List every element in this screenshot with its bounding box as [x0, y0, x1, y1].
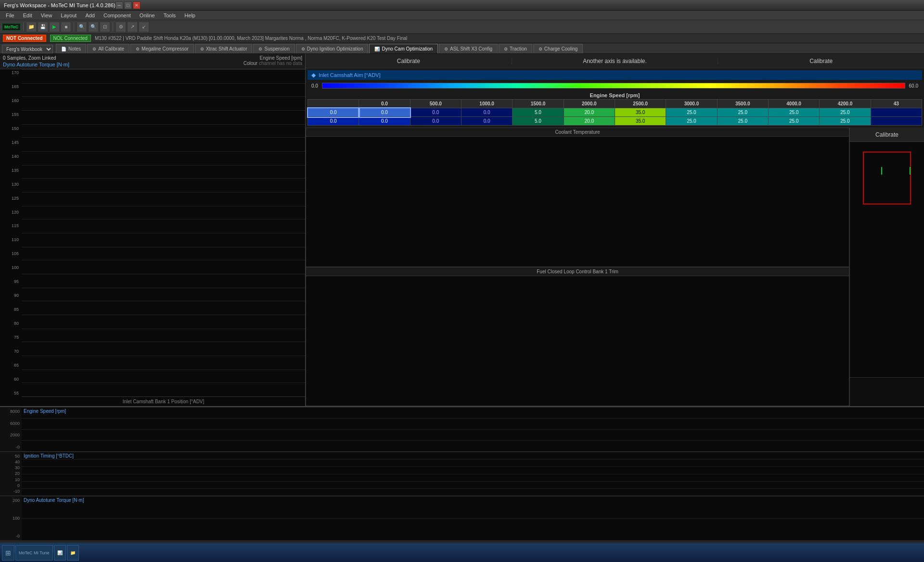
- tab-xtrac[interactable]: ⚙ Xtrac Shift Actuator: [195, 44, 253, 53]
- tab-traction[interactable]: ⚙ Traction: [499, 44, 532, 53]
- far-right-calibrate-label: Calibrate: [875, 131, 898, 138]
- table-cell-1-1[interactable]: 0.0: [410, 117, 461, 126]
- table-row-1-header[interactable]: 0.0: [308, 117, 359, 126]
- table-row: 0.0 0.0 0.0 0.0 5.0 20.0 35.0 25.0 25.0 …: [308, 108, 922, 117]
- chart-header-left: 0 Samples, Zoom Linked Dyno Autotune Tor…: [3, 55, 69, 67]
- inlet-cam-title: ◆ Inlet Camshaft Aim [°ADV]: [308, 70, 922, 80]
- tab-charge-cooling[interactable]: ⚙ Charge Cooling: [533, 44, 583, 53]
- lower-section: 8000 6000 2000 -0 Engine Speed [rpm]: [0, 406, 924, 541]
- calibrate-left-label: Calibrate: [397, 58, 420, 64]
- close-button[interactable]: ✕: [133, 1, 141, 9]
- table-cell-0-3[interactable]: 5.0: [513, 108, 564, 117]
- menu-bar: File Edit View Layout Add Component Onli…: [0, 11, 924, 20]
- table-col-header-11: 43: [871, 100, 922, 108]
- menu-file[interactable]: File: [2, 12, 18, 19]
- minimize-button[interactable]: ─: [116, 1, 123, 9]
- menu-tools[interactable]: Tools: [160, 12, 180, 19]
- toolbar-play[interactable]: ▶: [49, 22, 60, 32]
- tab-all-calibrate[interactable]: ⚙ All Calibrate: [87, 44, 129, 53]
- table-col-header-2: 500.0: [410, 100, 461, 108]
- toolbar-sep3: [113, 23, 113, 31]
- tab-asl-shift[interactable]: ⚙ ASL Shift X3 Config: [439, 44, 498, 53]
- table-cell-0-9[interactable]: 25.0: [820, 108, 871, 117]
- table-cell-0-6[interactable]: 25.0: [666, 108, 717, 117]
- toolbar-open[interactable]: 📁: [26, 22, 37, 32]
- menu-component[interactable]: Component: [100, 12, 135, 19]
- table-cell-1-7[interactable]: 25.0: [717, 117, 768, 126]
- data-table: 0.0 500.0 1000.0 1500.0 2000.0 2500.0 30…: [308, 99, 922, 126]
- menu-add[interactable]: Add: [81, 12, 99, 19]
- workspace-selector[interactable]: Ferg's Workbook: [2, 45, 53, 53]
- calibrate-middle-label: Another axis is available.: [583, 58, 647, 64]
- right-chart-area: Coolant Temperature Fuel Closed Loop Con…: [306, 128, 924, 406]
- tab-notes[interactable]: 📄 Notes: [56, 44, 86, 53]
- coolant-temp-chart: Coolant Temperature: [306, 128, 849, 267]
- taskbar-app1[interactable]: MoTeC MI Tune: [15, 545, 53, 561]
- table-cell-1-5[interactable]: 35.0: [615, 117, 666, 126]
- calibrate-middle: Another axis is available.: [512, 58, 719, 64]
- table-cell-1-10: [871, 117, 922, 126]
- tab-suspension[interactable]: ⚙ Suspension: [253, 44, 295, 53]
- table-col-header-3: 1000.0: [461, 100, 512, 108]
- start-icon: ⊞: [5, 549, 11, 557]
- toolbar-import[interactable]: ↙: [139, 22, 149, 32]
- tab-dyno-cam[interactable]: 📊 Dyno Cam Optimization: [369, 44, 438, 53]
- menu-layout[interactable]: Layout: [57, 12, 80, 19]
- table-cell-1-8[interactable]: 25.0: [768, 117, 819, 126]
- table-cell-1-6[interactable]: 25.0: [666, 117, 717, 126]
- table-cell-1-0[interactable]: 0.0: [359, 117, 410, 126]
- toolbar-save[interactable]: 💾: [38, 22, 48, 32]
- table-col-header-6: 2500.0: [615, 100, 666, 108]
- table-cell-1-9[interactable]: 25.0: [820, 117, 871, 126]
- chart-header: 0 Samples, Zoom Linked Dyno Autotune Tor…: [0, 54, 305, 69]
- chart-area: 170 165 160 155 150 145 140 135 130 125 …: [0, 69, 305, 406]
- taskbar-start[interactable]: ⊞: [2, 545, 14, 561]
- tab-dyno-ignition[interactable]: ⚙ Dyno Ignition Optimization: [296, 44, 369, 53]
- color-bar-row: 0.0 60.0: [308, 82, 922, 89]
- taskbar-app2[interactable]: 📊: [54, 545, 66, 561]
- notes-tab-label: Notes: [68, 46, 81, 51]
- toolbar-fit[interactable]: ⊡: [100, 22, 110, 32]
- table-row-0-header[interactable]: 0.0: [308, 108, 359, 117]
- table-cell-0-8[interactable]: 25.0: [768, 108, 819, 117]
- megaline-tab-label: Megaline Compressor: [141, 46, 189, 51]
- menu-online[interactable]: Online: [136, 12, 159, 19]
- dyno-ign-tab-icon: ⚙: [301, 47, 305, 51]
- status-info: M130 #3522 | VRD Paddle Shift Honda K20a…: [95, 36, 407, 41]
- table-cell-1-2[interactable]: 0.0: [461, 117, 512, 126]
- table-col-header-8: 3500.0: [717, 100, 768, 108]
- menu-edit[interactable]: Edit: [19, 12, 36, 19]
- coolant-temp-label: Coolant Temperature: [306, 128, 849, 137]
- tab-megaline[interactable]: ⚙ Megaline Compressor: [130, 44, 194, 53]
- chart-grid-lines: [22, 69, 305, 396]
- toolbar: MoTeC 📁 💾 ▶ ■ 🔍 🔍 ⊡ ⚙ ↗ ↙: [0, 20, 924, 34]
- taskbar-app1-label: MoTeC MI Tune: [19, 550, 50, 555]
- megaline-tab-icon: ⚙: [136, 47, 140, 51]
- engine-speed-wave-label: Engine Speed [rpm]: [24, 409, 66, 414]
- table-cell-0-4[interactable]: 20.0: [564, 108, 615, 117]
- toolbar-stop[interactable]: ■: [61, 22, 71, 32]
- toolbar-zoom-out[interactable]: 🔍: [88, 22, 99, 32]
- fuel-closed-content: [306, 276, 849, 406]
- toolbar-export[interactable]: ↗: [127, 22, 138, 32]
- toolbar-zoom-in[interactable]: 🔍: [77, 22, 87, 32]
- table-col-header-1: 0.0: [359, 100, 410, 108]
- table-cell-1-4[interactable]: 20.0: [564, 117, 615, 126]
- taskbar-app3[interactable]: 📁: [67, 545, 79, 561]
- menu-help[interactable]: Help: [180, 12, 199, 19]
- color-bar-max: 60.0: [909, 83, 918, 89]
- table-cell-1-3[interactable]: 5.0: [513, 117, 564, 126]
- menu-view[interactable]: View: [37, 12, 56, 19]
- title-bar: Ferg's Workspace - MoTeC MI Tune (1.4.0.…: [0, 0, 924, 11]
- table-cell-0-1[interactable]: 0.0: [410, 108, 461, 117]
- toolbar-settings[interactable]: ⚙: [116, 22, 126, 32]
- suspension-tab-label: Suspension: [264, 46, 289, 51]
- far-right-panel: Calibrate: [849, 128, 924, 406]
- engine-speed-grid: Engine Speed [rpm]: [22, 407, 924, 451]
- table-cell-0-2[interactable]: 0.0: [461, 108, 512, 117]
- table-cell-0-7[interactable]: 25.0: [717, 108, 768, 117]
- cam-indicator-icon: ◆: [311, 72, 316, 78]
- table-cell-0-5[interactable]: 35.0: [615, 108, 666, 117]
- table-cell-0-0[interactable]: 0.0: [359, 108, 410, 117]
- maximize-button[interactable]: □: [124, 1, 132, 9]
